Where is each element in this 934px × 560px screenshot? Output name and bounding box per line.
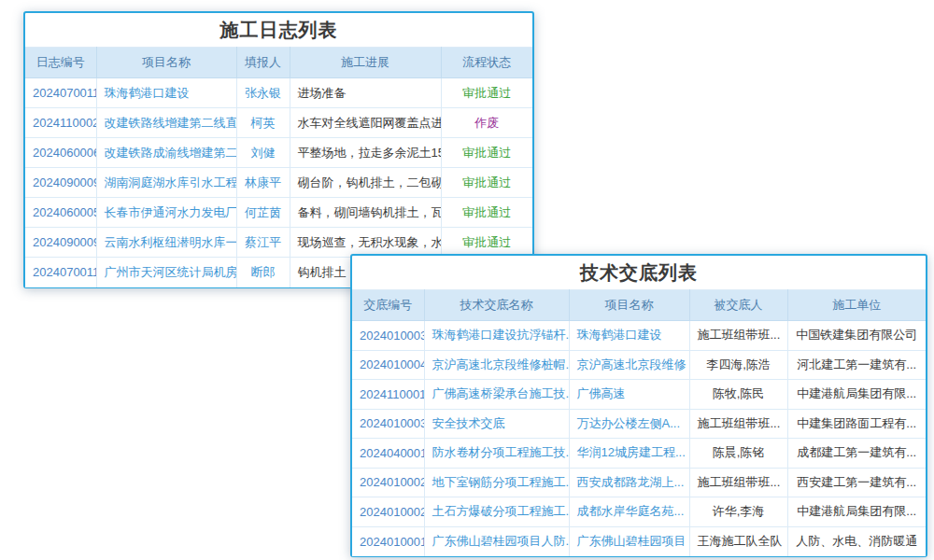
construction-log-window: 施工日志列表 日志编号 项目名称 填报人 施工进展 流程状态 202407001… xyxy=(23,11,534,288)
table-row[interactable]: 2024010003安全技术交底万达办公楼左侧A...施工班组带班...中建集团… xyxy=(352,409,926,439)
cell-progress: 进场准备 xyxy=(290,78,441,108)
cell-project-name[interactable]: 华润12城房建工程... xyxy=(569,439,689,469)
cell-progress: 水车对全线遮阳网覆盖点进... xyxy=(290,108,441,138)
cell-log-id[interactable]: 2024060005 xyxy=(25,198,96,228)
cell-status-badge: 审批通过 xyxy=(441,138,532,168)
cell-disclosure-id[interactable]: 2024040001 xyxy=(352,439,424,469)
cell-reporter[interactable]: 柯英 xyxy=(236,108,290,138)
column-header-progress: 施工进展 xyxy=(290,48,441,78)
cell-project-name[interactable]: 广东佛山碧桂园项目 xyxy=(569,526,689,556)
cell-progress: 砌台阶，钩机排土，二包砌... xyxy=(290,168,441,198)
cell-disclosed-to: 施工班组带班... xyxy=(689,468,787,497)
cell-construction-unit: 中国铁建集团有限公司 xyxy=(787,321,926,351)
cell-construction-unit: 中建集团路面工程有... xyxy=(787,409,926,439)
cell-reporter[interactable]: 张永银 xyxy=(236,78,290,108)
cell-log-id[interactable]: 2024090009 xyxy=(25,168,96,198)
construction-log-table: 日志编号 项目名称 填报人 施工进展 流程状态 2024070011珠海鹤港口建… xyxy=(25,47,532,287)
cell-project-name[interactable]: 广佛高速 xyxy=(569,380,689,410)
cell-disclosed-to: 施工班组带班... xyxy=(689,321,787,351)
table-row[interactable]: 2024040001防水卷材分项工程施工技...华润12城房建工程...陈晨,陈… xyxy=(352,439,926,469)
column-header-disclosed-to: 被交底人 xyxy=(689,290,787,321)
cell-log-id[interactable]: 2024090009 xyxy=(25,228,96,258)
table-row[interactable]: 2024090009云南水利枢纽潜明水库一...蔡江平现场巡查，无积水现象，水.… xyxy=(25,228,532,258)
cell-reporter[interactable]: 何芷茵 xyxy=(236,198,290,228)
cell-disclosure-name[interactable]: 防水卷材分项工程施工技... xyxy=(424,439,569,469)
table-row[interactable]: 2024010002地下室钢筋分项工程施工...西安成都路龙湖上...施工班组带… xyxy=(352,468,926,497)
cell-log-id[interactable]: 2024060006 xyxy=(25,138,96,168)
cell-log-id[interactable]: 2024070011 xyxy=(25,78,96,108)
column-header-project-name: 项目名称 xyxy=(569,290,689,321)
column-header-project-name: 项目名称 xyxy=(96,48,236,78)
cell-disclosure-id[interactable]: 2024010001 xyxy=(352,526,424,556)
cell-progress: 现场巡查，无积水现象，水... xyxy=(290,228,441,258)
log-table-header-row: 日志编号 项目名称 填报人 施工进展 流程状态 xyxy=(25,48,532,78)
cell-project-name[interactable]: 京沪高速北京段维修 xyxy=(569,350,689,380)
cell-disclosed-to: 王海施工队全队 xyxy=(689,526,787,556)
cell-disclosure-id[interactable]: 2024010003 xyxy=(352,409,424,439)
cell-disclosed-to: 许华,李海 xyxy=(689,497,787,527)
cell-project-name[interactable]: 广州市天河区统计局机房... xyxy=(96,258,236,287)
cell-disclosed-to: 陈晨,陈铭 xyxy=(689,439,787,469)
column-header-construction-unit: 施工单位 xyxy=(787,290,926,321)
cell-disclosure-id[interactable]: 2024010004 xyxy=(352,350,424,380)
table-row[interactable]: 2024070011珠海鹤港口建设张永银进场准备审批通过 xyxy=(25,78,532,108)
tech-disclosure-table: 交底编号 技术交底名称 项目名称 被交底人 施工单位 2024010003珠海鹤… xyxy=(352,289,926,556)
cell-disclosed-to: 陈牧,陈民 xyxy=(689,380,787,410)
cell-construction-unit: 中建港航局集团有限... xyxy=(787,497,926,527)
column-header-status: 流程状态 xyxy=(441,48,532,78)
cell-project-name[interactable]: 云南水利枢纽潜明水库一... xyxy=(96,228,236,258)
cell-reporter[interactable]: 林康平 xyxy=(236,168,290,198)
cell-project-name[interactable]: 珠海鹤港口建设 xyxy=(96,78,236,108)
log-window-titlebar: 施工日志列表 xyxy=(25,13,532,47)
cell-disclosure-id[interactable]: 2024010002 xyxy=(352,497,424,527)
table-row[interactable]: 2024010004京沪高速北京段维修桩帽...京沪高速北京段维修李四海,陈浩河… xyxy=(352,350,926,380)
cell-project-name[interactable]: 改建铁路成渝线增建第二... xyxy=(96,138,236,168)
cell-disclosure-name[interactable]: 京沪高速北京段维修桩帽... xyxy=(424,350,569,380)
disclosure-table-header-row: 交底编号 技术交底名称 项目名称 被交底人 施工单位 xyxy=(352,290,926,321)
table-row[interactable]: 2024060006改建铁路成渝线增建第二...刘健平整场地，拉走多余泥土15.… xyxy=(25,138,532,168)
column-header-disclosure-id: 交底编号 xyxy=(352,290,424,321)
cell-reporter[interactable]: 刘健 xyxy=(236,138,290,168)
cell-construction-unit: 河北建工第一建筑有... xyxy=(787,350,926,380)
cell-disclosure-name[interactable]: 广佛高速桥梁承台施工技... xyxy=(424,380,569,410)
table-row[interactable]: 2024010002土石方爆破分项工程施工...成都水岸华庭名苑...许华,李海… xyxy=(352,497,926,527)
table-row[interactable]: 2024110002改建铁路线增建第二线直...柯英水车对全线遮阳网覆盖点进..… xyxy=(25,108,532,138)
cell-disclosure-name[interactable]: 土石方爆破分项工程施工... xyxy=(424,497,569,527)
cell-log-id[interactable]: 2024070011 xyxy=(25,258,96,287)
cell-construction-unit: 成都建工第一建筑有... xyxy=(787,439,926,469)
cell-reporter[interactable]: 蔡江平 xyxy=(236,228,290,258)
cell-disclosed-to: 李四海,陈浩 xyxy=(689,350,787,380)
cell-disclosure-id[interactable]: 2024110001 xyxy=(352,380,424,410)
cell-progress: 备料，砌间墙钩机排土，瓦... xyxy=(290,198,441,228)
cell-project-name[interactable]: 西安成都路龙湖上... xyxy=(569,468,689,497)
cell-disclosure-name[interactable]: 珠海鹤港口建设抗浮锚杆... xyxy=(424,321,569,351)
disclosure-window-title: 技术交底列表 xyxy=(580,260,698,286)
cell-reporter[interactable]: 断郎 xyxy=(236,258,290,287)
cell-construction-unit: 人防、水电、消防暖通 xyxy=(787,526,926,556)
cell-project-name[interactable]: 湖南洞庭湖水库引水工程... xyxy=(96,168,236,198)
cell-disclosure-name[interactable]: 地下室钢筋分项工程施工... xyxy=(424,468,569,497)
cell-project-name[interactable]: 万达办公楼左侧A... xyxy=(569,409,689,439)
cell-disclosure-id[interactable]: 2024010003 xyxy=(352,321,424,351)
cell-disclosure-name[interactable]: 安全技术交底 xyxy=(424,409,569,439)
column-header-disclosure-name: 技术交底名称 xyxy=(424,290,569,321)
cell-status-badge: 审批通过 xyxy=(441,168,532,198)
cell-project-name[interactable]: 改建铁路线增建第二线直... xyxy=(96,108,236,138)
cell-disclosure-name[interactable]: 广东佛山碧桂园项目人防... xyxy=(424,526,569,556)
cell-project-name[interactable]: 长春市伊通河水力发电厂... xyxy=(96,198,236,228)
cell-disclosed-to: 施工班组带班... xyxy=(689,409,787,439)
table-row[interactable]: 2024110001广佛高速桥梁承台施工技...广佛高速陈牧,陈民中建港航局集团… xyxy=(352,380,926,410)
cell-status-badge: 审批通过 xyxy=(441,78,532,108)
cell-project-name[interactable]: 成都水岸华庭名苑... xyxy=(569,497,689,527)
table-row[interactable]: 2024090009湖南洞庭湖水库引水工程...林康平砌台阶，钩机排土，二包砌.… xyxy=(25,168,532,198)
column-header-reporter: 填报人 xyxy=(236,48,290,78)
table-row[interactable]: 2024010001广东佛山碧桂园项目人防...广东佛山碧桂园项目王海施工队全队… xyxy=(352,526,926,556)
table-row[interactable]: 2024010003珠海鹤港口建设抗浮锚杆...珠海鹤港口建设施工班组带班...… xyxy=(352,321,926,351)
cell-log-id[interactable]: 2024110002 xyxy=(25,108,96,138)
column-header-log-id: 日志编号 xyxy=(25,48,96,78)
cell-construction-unit: 西安建工第一建筑有... xyxy=(787,468,926,497)
cell-project-name[interactable]: 珠海鹤港口建设 xyxy=(569,321,689,351)
cell-construction-unit: 中建港航局集团有限... xyxy=(787,380,926,410)
table-row[interactable]: 2024060005长春市伊通河水力发电厂...何芷茵备料，砌间墙钩机排土，瓦.… xyxy=(25,198,532,228)
cell-disclosure-id[interactable]: 2024010002 xyxy=(352,468,424,497)
